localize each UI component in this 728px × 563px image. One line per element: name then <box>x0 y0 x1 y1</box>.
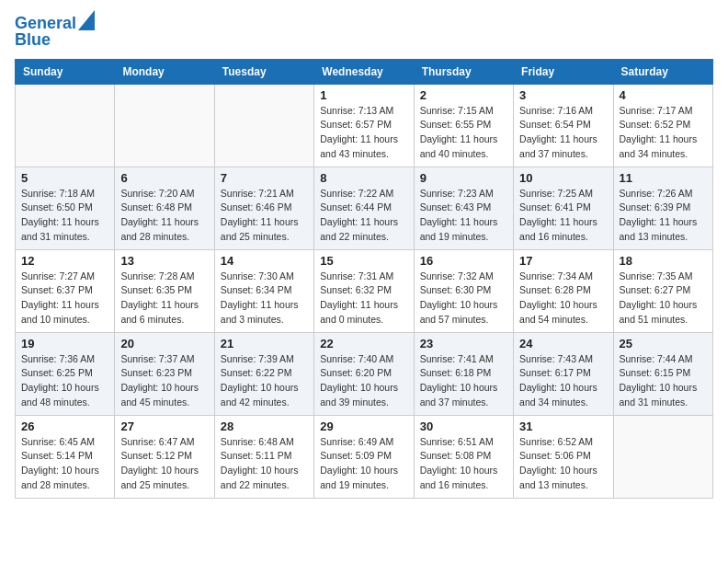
day-info-text: Sunrise: 7:22 AM <box>320 187 407 201</box>
calendar-week-row: 26Sunrise: 6:45 AMSunset: 5:14 PMDayligh… <box>16 415 713 498</box>
day-info-text: Daylight: 11 hours and 13 minutes. <box>620 215 707 245</box>
day-info-text: Sunrise: 7:27 AM <box>21 270 108 284</box>
day-info-text: Sunrise: 6:45 AM <box>21 435 108 450</box>
calendar-cell: 22Sunrise: 7:40 AMSunset: 6:20 PMDayligh… <box>314 332 414 415</box>
day-number: 17 <box>519 254 607 268</box>
day-info-text: Daylight: 11 hours and 37 minutes. <box>519 132 607 162</box>
calendar-cell: 27Sunrise: 6:47 AMSunset: 5:12 PMDayligh… <box>115 415 214 498</box>
weekday-header-sunday: Sunday <box>16 59 115 84</box>
calendar-week-row: 5Sunrise: 7:18 AMSunset: 6:50 PMDaylight… <box>16 167 713 249</box>
day-number: 15 <box>320 254 407 268</box>
day-info-text: Daylight: 11 hours and 28 minutes. <box>120 215 208 245</box>
day-info-text: Daylight: 10 hours and 25 minutes. <box>120 464 208 493</box>
day-info-text: Sunset: 6:55 PM <box>420 118 507 132</box>
day-info-text: Sunrise: 7:23 AM <box>420 187 507 201</box>
day-info-text: Daylight: 11 hours and 3 minutes. <box>221 298 308 327</box>
day-number: 31 <box>519 419 607 433</box>
calendar-table: SundayMondayTuesdayWednesdayThursdayFrid… <box>15 59 713 499</box>
day-info-text: Daylight: 11 hours and 25 minutes. <box>221 215 308 245</box>
day-number: 28 <box>221 419 308 433</box>
calendar-cell: 30Sunrise: 6:51 AMSunset: 5:08 PMDayligh… <box>414 415 513 498</box>
day-info-text: Sunrise: 7:17 AM <box>620 104 707 119</box>
page-header: General Blue <box>15 15 713 50</box>
day-info-text: Sunset: 6:28 PM <box>519 283 607 298</box>
day-info-text: Sunrise: 6:48 AM <box>221 435 308 450</box>
calendar-cell: 19Sunrise: 7:36 AMSunset: 6:25 PMDayligh… <box>16 332 115 415</box>
day-info-text: Sunset: 5:09 PM <box>320 449 407 464</box>
calendar-cell <box>115 84 214 167</box>
calendar-cell <box>16 84 115 167</box>
day-number: 24 <box>519 337 607 350</box>
day-info-text: Sunrise: 7:32 AM <box>420 270 507 284</box>
day-info-text: Daylight: 11 hours and 34 minutes. <box>620 132 707 162</box>
calendar-week-row: 1Sunrise: 7:13 AMSunset: 6:57 PMDaylight… <box>16 84 713 167</box>
day-info-text: Daylight: 10 hours and 34 minutes. <box>519 381 607 410</box>
day-number: 21 <box>221 337 308 350</box>
day-number: 13 <box>120 254 208 268</box>
day-info-text: Daylight: 10 hours and 31 minutes. <box>620 381 707 410</box>
day-number: 3 <box>519 88 607 102</box>
day-info-text: Sunrise: 7:43 AM <box>519 352 607 367</box>
logo-triangle-icon <box>78 10 95 30</box>
weekday-header-saturday: Saturday <box>613 59 712 84</box>
calendar-cell: 15Sunrise: 7:31 AMSunset: 6:32 PMDayligh… <box>314 249 414 332</box>
day-info-text: Sunrise: 7:44 AM <box>620 352 707 367</box>
day-info-text: Sunset: 6:17 PM <box>519 366 607 381</box>
day-number: 8 <box>320 171 407 185</box>
day-info-text: Sunrise: 7:15 AM <box>420 104 507 119</box>
day-info-text: Daylight: 10 hours and 48 minutes. <box>21 381 108 410</box>
day-info-text: Daylight: 10 hours and 28 minutes. <box>21 464 108 493</box>
day-info-text: Sunrise: 6:52 AM <box>519 435 607 450</box>
svg-marker-0 <box>78 10 95 30</box>
day-info-text: Sunset: 6:30 PM <box>420 283 507 298</box>
day-info-text: Sunrise: 7:16 AM <box>519 104 607 119</box>
day-info-text: Daylight: 10 hours and 39 minutes. <box>320 381 407 410</box>
day-info-text: Sunrise: 7:41 AM <box>420 352 507 367</box>
calendar-cell: 4Sunrise: 7:17 AMSunset: 6:52 PMDaylight… <box>613 84 712 167</box>
day-info-text: Daylight: 11 hours and 16 minutes. <box>519 215 607 245</box>
calendar-cell: 21Sunrise: 7:39 AMSunset: 6:22 PMDayligh… <box>214 332 313 415</box>
day-info-text: Daylight: 10 hours and 16 minutes. <box>420 464 507 493</box>
calendar-cell: 6Sunrise: 7:20 AMSunset: 6:48 PMDaylight… <box>115 167 214 249</box>
day-info-text: Sunrise: 7:28 AM <box>120 270 208 284</box>
day-number: 18 <box>620 254 707 268</box>
weekday-header-thursday: Thursday <box>414 59 513 84</box>
day-info-text: Sunrise: 7:21 AM <box>221 187 308 201</box>
day-info-text: Daylight: 10 hours and 54 minutes. <box>519 298 607 327</box>
day-info-text: Sunset: 6:52 PM <box>620 118 707 132</box>
calendar-cell <box>613 415 712 498</box>
day-info-text: Daylight: 11 hours and 22 minutes. <box>320 215 407 245</box>
day-info-text: Sunset: 6:34 PM <box>221 283 308 298</box>
day-info-text: Sunset: 6:27 PM <box>620 283 707 298</box>
day-info-text: Sunset: 6:57 PM <box>320 118 407 132</box>
day-info-text: Daylight: 11 hours and 31 minutes. <box>21 215 108 245</box>
calendar-cell: 23Sunrise: 7:41 AMSunset: 6:18 PMDayligh… <box>414 332 513 415</box>
calendar-cell: 18Sunrise: 7:35 AMSunset: 6:27 PMDayligh… <box>613 249 712 332</box>
day-info-text: Daylight: 11 hours and 10 minutes. <box>21 298 108 327</box>
day-info-text: Daylight: 10 hours and 51 minutes. <box>620 298 707 327</box>
day-number: 22 <box>320 337 407 350</box>
day-info-text: Sunrise: 7:13 AM <box>320 104 407 119</box>
day-info-text: Sunrise: 7:35 AM <box>620 270 707 284</box>
day-info-text: Sunset: 6:25 PM <box>21 366 108 381</box>
calendar-cell: 16Sunrise: 7:32 AMSunset: 6:30 PMDayligh… <box>414 249 513 332</box>
logo: General Blue <box>15 15 95 50</box>
day-info-text: Sunset: 6:54 PM <box>519 118 607 132</box>
day-info-text: Sunset: 6:43 PM <box>420 201 507 215</box>
day-info-text: Sunset: 5:08 PM <box>420 449 507 464</box>
day-info-text: Daylight: 10 hours and 22 minutes. <box>221 464 308 493</box>
calendar-cell: 29Sunrise: 6:49 AMSunset: 5:09 PMDayligh… <box>314 415 414 498</box>
day-info-text: Sunrise: 7:30 AM <box>221 270 308 284</box>
day-info-text: Daylight: 11 hours and 6 minutes. <box>120 298 208 327</box>
day-number: 9 <box>420 171 507 185</box>
day-number: 26 <box>21 419 108 433</box>
calendar-cell: 31Sunrise: 6:52 AMSunset: 5:06 PMDayligh… <box>514 415 613 498</box>
day-number: 16 <box>420 254 507 268</box>
day-number: 23 <box>420 337 507 350</box>
day-info-text: Sunrise: 7:25 AM <box>519 187 607 201</box>
calendar-cell: 3Sunrise: 7:16 AMSunset: 6:54 PMDaylight… <box>514 84 613 167</box>
day-info-text: Sunset: 6:44 PM <box>320 201 407 215</box>
day-number: 12 <box>21 254 108 268</box>
day-info-text: Daylight: 10 hours and 19 minutes. <box>320 464 407 493</box>
weekday-header-wednesday: Wednesday <box>314 59 414 84</box>
